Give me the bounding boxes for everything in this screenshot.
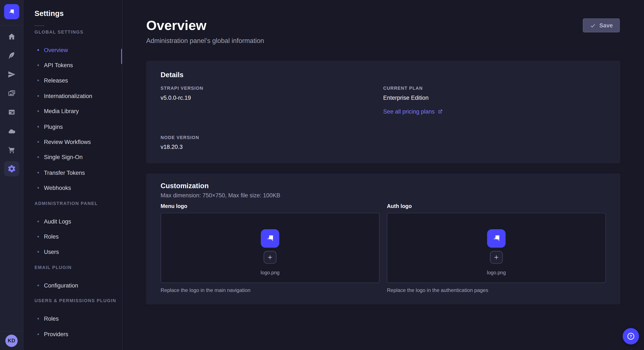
plus-icon (493, 254, 500, 260)
item-label: Roles (44, 315, 58, 322)
rail-item-marketplace[interactable] (4, 142, 19, 157)
menu-logo-caption: Replace the logo in the main navigation (160, 287, 380, 294)
menu-logo-uploader: Menu logo (160, 203, 380, 294)
cart-icon (7, 146, 16, 154)
layout-icon (7, 108, 16, 116)
bullet-icon (37, 49, 39, 51)
bullet-icon (37, 285, 39, 286)
field-label: CURRENT PLAN (383, 85, 606, 91)
strapi-mark-icon (7, 7, 16, 16)
sidebar-title: Settings (24, 8, 122, 19)
item-label: Webhooks (44, 184, 71, 191)
bullet-icon (37, 141, 39, 143)
field-strapi-version: STRAPI VERSION v5.0.0-rc.19 (160, 85, 383, 116)
field-value: v5.0.0-rc.19 (160, 94, 383, 102)
sidebar-item-api-tokens[interactable]: API Tokens (24, 58, 122, 73)
field-value: v18.20.3 (160, 143, 383, 151)
bullet-icon (37, 157, 39, 158)
sidebar-item-media-library[interactable]: Media Library (24, 104, 122, 119)
rail-item-content-type-builder[interactable] (4, 105, 19, 120)
rail-item-cloud[interactable] (4, 123, 19, 138)
sidebar-item-internationalization[interactable]: Internationalization (24, 88, 122, 104)
item-label: Configuration (44, 282, 78, 289)
pricing-link-label: See all pricing plans (383, 107, 435, 116)
check-icon (590, 22, 596, 28)
active-item-indicator (121, 49, 122, 64)
auth-logo-caption: Replace the logo in the authentication p… (387, 287, 606, 294)
bullet-icon (37, 236, 39, 237)
page-header: Overview Administration panel’s global i… (146, 0, 620, 45)
sidebar-item-webhooks[interactable]: Webhooks (24, 180, 122, 196)
item-label: Transfer Tokens (44, 169, 85, 176)
home-icon (7, 32, 16, 41)
sidebar-item-admin-roles[interactable]: Roles (24, 229, 122, 244)
strapi-mark-icon (491, 233, 502, 243)
question-mark-icon: ? (626, 332, 635, 341)
details-title: Details (160, 71, 606, 80)
bullet-icon (37, 220, 39, 222)
sidebar-item-releases[interactable]: Releases (24, 73, 122, 88)
item-label: Providers (44, 331, 68, 337)
menu-logo-filename: logo.png (261, 269, 280, 276)
app-window: KD Settings GLOBAL SETTINGS Overview API… (0, 0, 644, 350)
rail-item-media-library[interactable] (4, 86, 19, 101)
rail-item-settings[interactable] (4, 161, 19, 176)
page-title: Overview (146, 18, 620, 33)
sidebar-item-transfer-tokens[interactable]: Transfer Tokens (24, 165, 122, 180)
uploader-label: Auth logo (387, 203, 606, 210)
item-label: Plugins (44, 123, 63, 130)
section-header: USERS & PERMISSIONS PLUGIN (24, 295, 122, 307)
rail-item-home[interactable] (4, 29, 19, 44)
item-label: Review Workflows (44, 139, 91, 145)
sidebar-item-admin-users[interactable]: Users (24, 244, 122, 260)
page-subtitle: Administration panel’s global informatio… (146, 37, 620, 45)
sidebar-item-up-roles[interactable]: Roles (24, 311, 122, 326)
auth-logo-filename: logo.png (487, 269, 506, 276)
section-users-permissions-plugin: USERS & PERMISSIONS PLUGIN Roles Provide… (24, 295, 122, 342)
item-label: Roles (44, 233, 58, 240)
bullet-icon (37, 126, 39, 127)
auth-logo-uploader: Auth logo (387, 203, 606, 294)
menu-logo-dropzone[interactable]: logo.png (160, 213, 380, 283)
item-label: Releases (44, 77, 68, 84)
sidebar-item-review-workflows[interactable]: Review Workflows (24, 134, 122, 150)
auth-logo-dropzone[interactable]: logo.png (387, 213, 606, 283)
rail-nav (0, 25, 23, 176)
strapi-logo[interactable] (4, 4, 19, 19)
sidebar-item-single-sign-on[interactable]: Single Sign-On (24, 150, 122, 165)
change-auth-logo-button[interactable] (490, 251, 503, 263)
sidebar-item-plugins[interactable]: Plugins (24, 119, 122, 134)
bullet-icon (37, 251, 39, 253)
bullet-icon (37, 95, 39, 97)
item-label: Single Sign-On (44, 154, 83, 161)
help-button[interactable]: ? (623, 328, 639, 344)
sidebar-item-audit-logs[interactable]: Audit Logs (24, 214, 122, 229)
sidebar-item-up-providers[interactable]: Providers (24, 326, 122, 342)
details-grid: STRAPI VERSION v5.0.0-rc.19 CURRENT PLAN… (160, 85, 606, 151)
item-label: API Tokens (44, 62, 73, 68)
field-value: Enterprise Edition (383, 94, 606, 102)
customization-subtitle: Max dimension: 750×750, Max file size: 1… (160, 191, 606, 199)
sidebar-item-overview[interactable]: Overview (24, 42, 122, 58)
customization-card: Customization Max dimension: 750×750, Ma… (146, 174, 620, 304)
bullet-icon (37, 172, 39, 174)
item-label: Media Library (44, 108, 79, 115)
gear-icon (7, 164, 16, 173)
field-node-version: NODE VERSION v18.20.3 (160, 135, 383, 151)
rail-item-content[interactable] (4, 48, 19, 63)
sidebar-item-email-configuration[interactable]: Configuration (24, 278, 122, 293)
change-menu-logo-button[interactable] (264, 251, 276, 263)
section-administration-panel: ADMINISTRATION PANEL Audit Logs Roles Us… (24, 197, 122, 259)
item-label: Internationalization (44, 93, 92, 99)
main-content: Overview Administration panel’s global i… (122, 0, 644, 350)
item-label: Audit Logs (44, 218, 71, 224)
section-header: EMAIL PLUGIN (24, 261, 122, 274)
field-current-plan: CURRENT PLAN Enterprise Edition See all … (383, 85, 606, 116)
save-button[interactable]: Save (583, 18, 620, 32)
details-card: Details STRAPI VERSION v5.0.0-rc.19 CURR… (146, 61, 620, 163)
rail-item-releases[interactable] (4, 67, 19, 82)
svg-text:?: ? (630, 334, 632, 338)
menu-logo-preview (261, 229, 280, 247)
pricing-plans-link[interactable]: See all pricing plans (383, 107, 443, 116)
user-avatar[interactable]: KD (5, 335, 18, 347)
